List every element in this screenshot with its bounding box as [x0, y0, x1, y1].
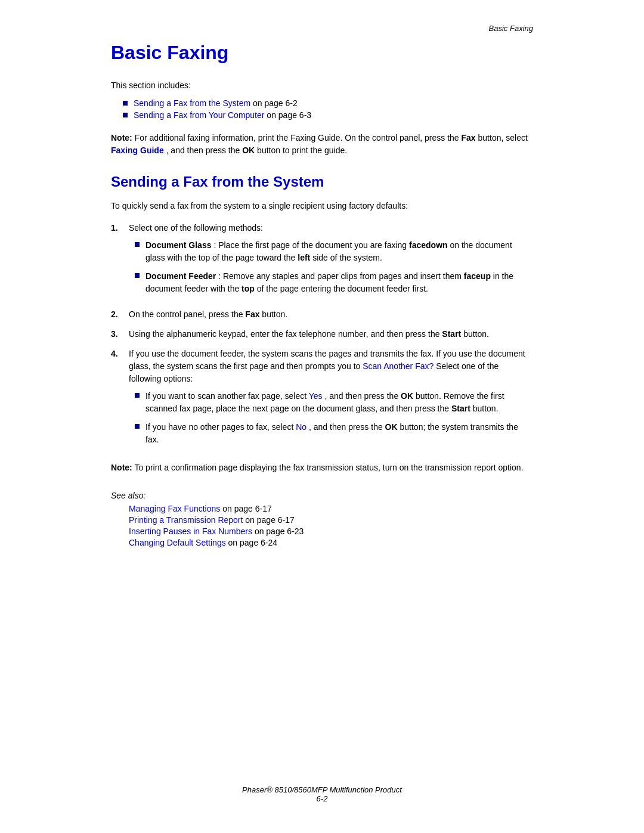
- see-also-item-2: Printing a Transmission Report on page 6…: [129, 515, 533, 525]
- note-label-2: Note:: [111, 463, 132, 472]
- step-1-subbullets: Document Glass : Place the first page of…: [135, 239, 533, 295]
- step-4-sub-1-content: If you want to scan another fax page, se…: [145, 390, 533, 415]
- toc-item-1-page: on page 6-2: [253, 98, 298, 108]
- step-1-sub-1: Document Glass : Place the first page of…: [135, 239, 533, 264]
- note-faxing-guide: Faxing Guide: [111, 145, 164, 155]
- sub-2-text-3: of the page entering the document feeder…: [257, 284, 428, 293]
- step-4-sub-1-text: If you want to scan another fax page, se…: [145, 391, 309, 401]
- step-4-sub-1-text2: , and then press the: [324, 391, 401, 401]
- step-2-text2: button.: [262, 309, 287, 319]
- step-3: 3. Using the alphanumeric keypad, enter …: [111, 328, 533, 340]
- note-label-1: Note:: [111, 133, 132, 143]
- note-text-2: To print a confirmation page displaying …: [134, 463, 523, 472]
- see-also-label: See also:: [111, 491, 533, 500]
- sub-1-bold-3: left: [298, 253, 310, 262]
- step-1: 1. Select one of the following methods: …: [111, 222, 533, 301]
- footer-line-2: 6-2: [0, 794, 644, 803]
- note-text-1d: button to print the guide.: [257, 145, 347, 155]
- step-4-sub-1-bold2: Start: [451, 404, 470, 413]
- step-4-subbullets: If you want to scan another fax page, se…: [135, 390, 533, 446]
- sub-bullet-icon-3: [135, 393, 140, 398]
- step-2-text: On the control panel, press the: [129, 309, 245, 319]
- sub-1-text-3: side of the system.: [312, 253, 382, 262]
- step-4-sub-2-bold: OK: [385, 422, 398, 432]
- see-also-link-2[interactable]: Printing a Transmission Report: [129, 515, 245, 525]
- sub-2-bold-3: top: [242, 284, 255, 293]
- sub-2-bold-2: faceup: [464, 271, 491, 281]
- note-block-1: Note: For additional faxing information,…: [111, 132, 533, 157]
- sub-2-text-1: : Remove any staples and paper clips fro…: [218, 271, 464, 281]
- note-text-1c: , and then press the: [166, 145, 243, 155]
- toc-item-2: Sending a Fax from Your Computer on page…: [123, 110, 533, 120]
- step-3-content: Using the alphanumeric keypad, enter the…: [129, 328, 533, 340]
- header-right: Basic Faxing: [489, 24, 533, 33]
- step-4-sub-1: If you want to scan another fax page, se…: [135, 390, 533, 415]
- yes-link[interactable]: Yes: [309, 391, 325, 401]
- footer-line-1: Phaser® 8510/8560MFP Multifunction Produ…: [0, 785, 644, 794]
- see-also-item-4: Changing Default Settings on page 6-24: [129, 538, 533, 547]
- bullet-icon-2: [123, 113, 128, 117]
- step-2-bold: Fax: [245, 309, 259, 319]
- see-also-page-2: on page 6-17: [245, 515, 295, 525]
- steps-list: 1. Select one of the following methods: …: [111, 222, 533, 452]
- scan-another-fax-link[interactable]: Scan Another Fax?: [363, 361, 436, 371]
- sub-1-text-1: : Place the first page of the document y…: [213, 240, 409, 250]
- step-4-sub-2-text2: , and then press the: [309, 422, 385, 432]
- toc-item-2-page: on page 6-3: [267, 110, 311, 120]
- see-also-page-4: on page 6-24: [228, 538, 278, 547]
- step-1-text: Select one of the following methods:: [129, 223, 263, 233]
- step-4-sub-1-bold: OK: [401, 391, 413, 401]
- bullet-icon-1: [123, 101, 128, 106]
- toc-link-1[interactable]: Sending a Fax from the System: [134, 98, 253, 108]
- section-intro: To quickly send a fax from the system to…: [111, 200, 533, 212]
- section-title: Sending a Fax from the System: [111, 174, 533, 190]
- step-4-sub-1-text4: button.: [473, 404, 499, 413]
- sub-bullet-icon-1: [135, 242, 140, 247]
- see-also-item-3: Inserting Pauses in Fax Numbers on page …: [129, 527, 533, 536]
- sub-bullet-icon-4: [135, 424, 140, 429]
- no-link[interactable]: No: [296, 422, 309, 432]
- step-3-bold: Start: [442, 329, 461, 339]
- see-also-link-1[interactable]: Managing Fax Functions: [129, 504, 222, 513]
- step-4-content: If you use the document feeder, the syst…: [129, 348, 533, 452]
- note-text-1b: button, select: [478, 133, 528, 143]
- note-text-1a: For additional faxing information, print…: [135, 133, 462, 143]
- step-2-content: On the control panel, press the Fax butt…: [129, 308, 533, 321]
- page-title: Basic Faxing: [111, 42, 533, 64]
- step-2-num: 2.: [111, 308, 123, 321]
- note-fax-bold: Fax: [462, 133, 476, 143]
- step-4-sub-2-text: If you have no other pages to fax, selec…: [145, 422, 296, 432]
- step-1-sub-2-content: Document Feeder : Remove any staples and…: [145, 270, 533, 295]
- step-4-sub-2-content: If you have no other pages to fax, selec…: [145, 421, 533, 446]
- step-3-text2: button.: [463, 329, 489, 339]
- intro-text: This section includes:: [111, 80, 533, 90]
- toc-item-2-content: Sending a Fax from Your Computer on page…: [134, 110, 311, 120]
- step-4-num: 4.: [111, 348, 123, 360]
- step-4-sub-2: If you have no other pages to fax, selec…: [135, 421, 533, 446]
- step-3-num: 3.: [111, 328, 123, 340]
- see-also-link-3[interactable]: Inserting Pauses in Fax Numbers: [129, 527, 255, 536]
- header-title: Basic Faxing: [489, 24, 533, 33]
- step-4: 4. If you use the document feeder, the s…: [111, 348, 533, 452]
- toc-list: Sending a Fax from the System on page 6-…: [123, 98, 533, 120]
- step-1-content: Select one of the following methods: Doc…: [129, 222, 533, 301]
- see-also-page-1: on page 6-17: [222, 504, 272, 513]
- toc-link-2[interactable]: Sending a Fax from Your Computer: [134, 110, 267, 120]
- footer: Phaser® 8510/8560MFP Multifunction Produ…: [0, 785, 644, 803]
- see-also-list: Managing Fax Functions on page 6-17 Prin…: [129, 504, 533, 547]
- note-ok-bold: OK: [242, 145, 255, 155]
- see-also-link-4[interactable]: Changing Default Settings: [129, 538, 228, 547]
- note-block-2: Note: To print a confirmation page displ…: [111, 462, 533, 474]
- step-1-sub-2: Document Feeder : Remove any staples and…: [135, 270, 533, 295]
- see-also-item-1: Managing Fax Functions on page 6-17: [129, 504, 533, 513]
- step-2: 2. On the control panel, press the Fax b…: [111, 308, 533, 321]
- step-1-num: 1.: [111, 222, 123, 234]
- sub-1-bold-2: facedown: [409, 240, 448, 250]
- step-3-text: Using the alphanumeric keypad, enter the…: [129, 329, 442, 339]
- page-container: Basic Faxing Basic Faxing This section i…: [0, 0, 644, 833]
- sub-bullet-icon-2: [135, 273, 140, 278]
- sub-2-bold-1: Document Feeder: [145, 271, 216, 281]
- see-also-page-3: on page 6-23: [255, 527, 304, 536]
- sub-1-bold-1: Document Glass: [145, 240, 211, 250]
- step-1-sub-1-content: Document Glass : Place the first page of…: [145, 239, 533, 264]
